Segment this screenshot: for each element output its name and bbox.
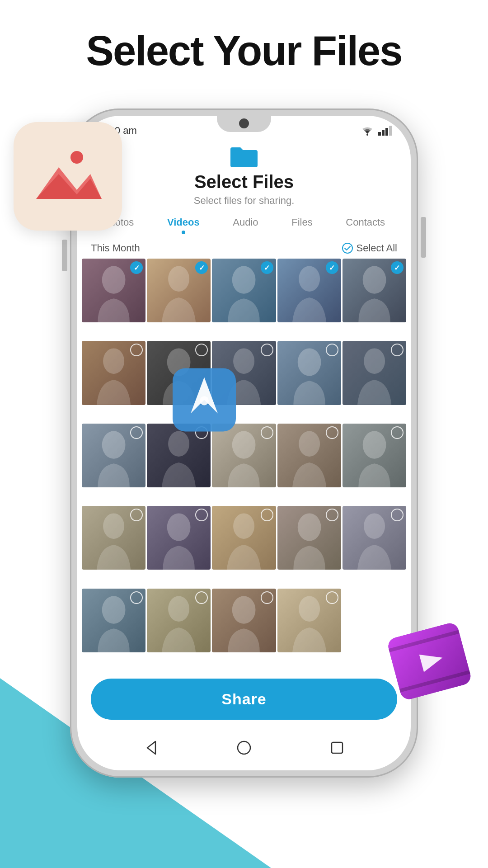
page-title: Select Your Files — [0, 27, 488, 75]
grid-item[interactable] — [212, 424, 276, 487]
svg-point-20 — [364, 349, 385, 374]
grid-item[interactable] — [212, 506, 276, 570]
select-all-button[interactable]: Select All — [342, 242, 398, 254]
selection-checkbox[interactable] — [195, 591, 208, 604]
grid-item[interactable] — [277, 259, 341, 322]
phone-screen: 10:00 am Select F — [77, 116, 411, 770]
grid-item[interactable] — [147, 341, 211, 405]
selection-checkbox[interactable] — [130, 591, 143, 604]
grid-item[interactable] — [277, 589, 341, 652]
svg-point-32 — [168, 596, 189, 621]
grid-item[interactable] — [212, 589, 276, 652]
signal-icon — [378, 126, 393, 136]
app-header: Select Files Select files for sharing. — [77, 138, 411, 212]
selection-checkbox[interactable] — [326, 344, 338, 356]
selection-checkbox[interactable] — [391, 261, 404, 274]
selection-checkbox[interactable] — [391, 426, 404, 439]
grid-item[interactable] — [343, 506, 406, 570]
selection-checkbox[interactable] — [261, 261, 273, 274]
svg-point-17 — [167, 349, 191, 376]
phone-camera — [239, 118, 249, 128]
status-icons — [360, 126, 393, 136]
grid-item[interactable] — [147, 589, 211, 652]
grid-item[interactable] — [82, 506, 145, 570]
selection-checkbox[interactable] — [261, 591, 273, 604]
grid-item[interactable] — [343, 424, 406, 487]
svg-rect-10 — [389, 126, 392, 136]
svg-point-13 — [232, 266, 256, 293]
selection-checkbox[interactable] — [326, 509, 338, 521]
grid-item[interactable] — [212, 341, 276, 405]
svg-point-30 — [364, 514, 385, 539]
grid-item[interactable] — [147, 424, 211, 487]
svg-point-36 — [238, 741, 250, 754]
svg-point-0 — [70, 151, 83, 164]
svg-point-31 — [102, 596, 126, 623]
grid-item[interactable] — [147, 259, 211, 322]
svg-point-22 — [168, 431, 189, 456]
selection-checkbox[interactable] — [261, 426, 273, 439]
svg-point-33 — [232, 596, 256, 623]
selection-checkbox[interactable] — [261, 344, 273, 356]
gallery-app-icon — [14, 122, 122, 231]
selection-checkbox[interactable] — [130, 426, 143, 439]
grid-item[interactable] — [82, 259, 145, 322]
select-all-icon — [342, 243, 353, 254]
selection-checkbox[interactable] — [326, 261, 338, 274]
svg-rect-7 — [378, 132, 381, 136]
filter-label: This Month — [91, 242, 140, 254]
svg-rect-9 — [385, 128, 388, 136]
bottom-nav — [77, 731, 411, 770]
svg-rect-8 — [382, 130, 385, 136]
svg-point-26 — [103, 514, 124, 539]
photo-grid — [77, 259, 411, 670]
selection-checkbox[interactable] — [391, 509, 404, 521]
grid-item[interactable] — [343, 341, 406, 405]
svg-point-29 — [297, 514, 321, 541]
svg-point-27 — [167, 514, 191, 541]
share-button-container: Share — [77, 670, 411, 731]
volume-down-button — [62, 240, 67, 271]
gallery-icon — [32, 145, 104, 208]
grid-item[interactable] — [147, 506, 211, 570]
selection-checkbox[interactable] — [195, 426, 208, 439]
selection-checkbox[interactable] — [261, 509, 273, 521]
svg-point-11 — [102, 266, 126, 293]
selection-checkbox[interactable] — [130, 261, 143, 274]
select-all-label: Select All — [357, 242, 398, 254]
svg-rect-37 — [332, 742, 343, 753]
grid-item[interactable] — [82, 341, 145, 405]
grid-item[interactable] — [82, 589, 145, 652]
grid-item[interactable] — [277, 341, 341, 405]
svg-point-34 — [299, 596, 320, 621]
tabs-bar: Photos Videos Audio Files Contacts — [77, 212, 411, 234]
svg-point-21 — [102, 431, 126, 458]
screen-title: Select Files — [194, 172, 294, 192]
svg-point-12 — [168, 266, 189, 291]
folder-icon — [230, 146, 258, 167]
tab-videos[interactable]: Videos — [167, 217, 200, 234]
svg-point-25 — [363, 431, 386, 458]
grid-item[interactable] — [277, 506, 341, 570]
grid-item[interactable] — [343, 259, 406, 322]
share-button[interactable]: Share — [91, 679, 397, 720]
tab-contacts[interactable]: Contacts — [346, 217, 385, 234]
phone-frame: 10:00 am Select F — [70, 108, 418, 778]
home-button[interactable] — [234, 738, 254, 758]
svg-marker-35 — [147, 741, 155, 754]
svg-point-6 — [366, 134, 368, 136]
tab-files[interactable]: Files — [291, 217, 312, 234]
svg-point-28 — [233, 514, 254, 539]
screen-subtitle: Select files for sharing. — [194, 195, 295, 207]
svg-point-14 — [299, 266, 320, 291]
back-button[interactable] — [141, 738, 161, 758]
selection-checkbox[interactable] — [326, 591, 338, 604]
svg-point-15 — [363, 266, 386, 293]
grid-item[interactable] — [82, 424, 145, 487]
grid-item[interactable] — [212, 259, 276, 322]
selection-checkbox[interactable] — [326, 426, 338, 439]
svg-point-19 — [297, 349, 321, 376]
recent-button[interactable] — [327, 738, 347, 758]
tab-audio[interactable]: Audio — [233, 217, 258, 234]
grid-item[interactable] — [277, 424, 341, 487]
